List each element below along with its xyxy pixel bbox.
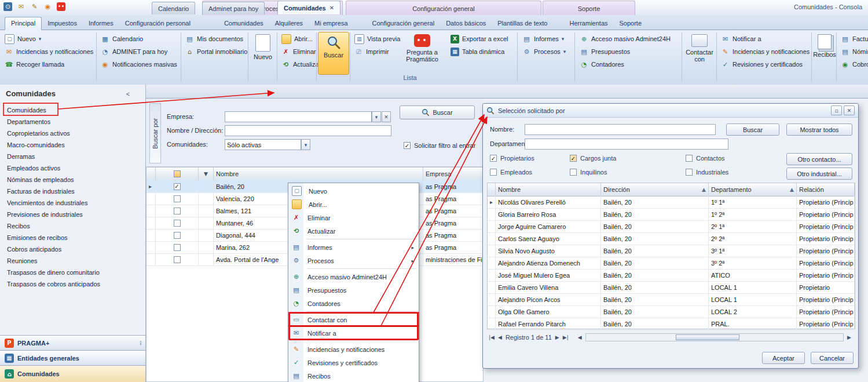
ribbon-incidencias-notificaciones-button[interactable]: ✎ Incidencias y notificaciones (719, 45, 812, 58)
sidebar-item-nominas[interactable]: Nóminas de empleados (7, 174, 74, 185)
ribbon-pregunta-pragmatico-button[interactable]: Pregunta a Pragmático (397, 32, 447, 75)
tab-configuracion-personal[interactable]: Configuración personal (119, 17, 196, 30)
column-header-departamento[interactable]: Departamento▲ (709, 183, 797, 196)
menu-item-eliminar[interactable]: ✗Eliminar (290, 211, 417, 224)
otro-industrial-button[interactable]: Otro industrial... (786, 168, 852, 180)
dialog-departamento-input[interactable] (525, 139, 728, 150)
ribbon-nuevo-button[interactable]: ▢ Nuevo▾ (2, 32, 43, 45)
app-icon[interactable]: ⊙ (3, 2, 12, 11)
ribbon-tabla-dinamica-button[interactable]: ▦ Tabla dinámica (448, 45, 507, 58)
ribbon-portal-inmobiliario-button[interactable]: ⌂ Portal inmobiliario (183, 45, 250, 58)
notes-icon[interactable]: ✎ (30, 2, 39, 11)
tab-herramientas[interactable]: Herramientas (563, 17, 613, 30)
solicitar-filtro-checkbox[interactable]: Solicitar filtro al entrar (404, 142, 475, 149)
grid-row[interactable]: Rafael Ferrando PitarchBailén, 20 PRAL.P… (488, 318, 855, 330)
aceptar-button[interactable]: Aceptar (762, 352, 805, 364)
ribbon-recoger-llamada-button[interactable]: ☎ Recoger llamada (2, 58, 67, 71)
menu-item-revisiones[interactable]: ✓Revisiones y certificados (290, 356, 417, 369)
sidebar-group-comunidades[interactable]: ⌂ Comunidades (0, 365, 145, 382)
ribbon-buscar-big-button[interactable]: Buscar (318, 32, 349, 75)
mail-icon[interactable]: ✉ (17, 2, 25, 11)
ribbon-facturas-button[interactable]: ▤ Factu (838, 32, 868, 45)
ribbon-vista-previa-button[interactable]: ▥ Vista previa (352, 32, 402, 45)
sidebar-item-previsiones[interactable]: Previsiones de industriales (7, 209, 83, 220)
ribbon-cobros-button[interactable]: ◉ Cobro (838, 58, 868, 71)
empresa-clear-button[interactable]: ✕ (382, 111, 391, 122)
ribbon-nuevo-big-button[interactable]: Nuevo (250, 32, 276, 75)
nav-last-icon[interactable]: ▶| (563, 334, 569, 340)
ribbon-exportar-excel-button[interactable]: X Exportar a excel (448, 32, 510, 45)
row-checkbox[interactable] (174, 195, 181, 202)
menu-item-procesos[interactable]: ⚙Procesos▸ (290, 254, 417, 267)
menu-item-incidencias[interactable]: ✎Incidencias y notificaciones (290, 343, 417, 356)
sidebar-item-emisiones-recibos[interactable]: Emisiones de recibos (7, 232, 68, 243)
scrollbar-thumb[interactable] (676, 334, 739, 340)
nav-prev-icon[interactable]: ◀ (498, 334, 502, 340)
sidebar-item-traspasos-cobros[interactable]: Traspasos de cobros anticipados (7, 278, 100, 290)
grid-row[interactable]: ▸ Nicolás Olivares PerellóBailén, 20 1º … (488, 196, 855, 209)
buscar-button[interactable]: Buscar (400, 105, 475, 119)
tab-datos-basicos[interactable]: Datos básicos (440, 17, 492, 30)
tab-mi-empresa[interactable]: Mi empresa (309, 17, 353, 30)
dialog-nombre-input[interactable] (525, 124, 716, 135)
ribbon-revisiones-button[interactable]: ✓ Revisiones y certificados (719, 58, 805, 71)
ribbon-contadores-button[interactable]: ◔ Contadores (577, 58, 627, 71)
ribbon-eliminar-button[interactable]: ✗ Eliminar (279, 45, 318, 58)
cancelar-button[interactable]: Cancelar (811, 352, 854, 364)
row-checkbox[interactable] (174, 244, 181, 251)
dialog-buscar-button[interactable]: Buscar (726, 123, 779, 136)
menu-item-contadores[interactable]: ◔Contadores (290, 297, 417, 310)
ribbon-imprimir-button[interactable]: ⎚ Imprimir (352, 45, 391, 58)
grid-row[interactable]: Olga Olle GameroBailén, 20 LOCAL 2Propie… (488, 305, 855, 318)
row-checkbox[interactable] (174, 183, 181, 190)
dialog-mostrar-todos-button[interactable]: Mostrar todos (786, 123, 852, 136)
sidebar-item-cobros-anticipados[interactable]: Cobros anticipados (7, 243, 61, 255)
sidebar-item-derramas[interactable]: Derramas (7, 151, 35, 162)
menu-item-acceso-masivo[interactable]: ⊕Acceso masivo Adminet24H (290, 270, 417, 283)
doctab-comunidades[interactable]: Comunidades ✕ (277, 1, 340, 14)
sidebar-item-traspasos-dinero[interactable]: Traspasos de dinero comunitario (7, 267, 100, 278)
dialog-close-icon[interactable]: ✕ (844, 105, 855, 115)
sidebar-group-entidades[interactable]: ▦ Entidades generales (0, 350, 145, 365)
rss-icon[interactable]: ◉ (43, 2, 52, 11)
tab-impuestos[interactable]: Impuestos (42, 17, 83, 30)
select-all-header[interactable] (156, 168, 199, 180)
sidebar-collapse-button[interactable]: < (123, 89, 133, 99)
column-header-nombre[interactable]: Nombre (214, 168, 423, 180)
ribbon-recibos-big-button[interactable]: Recibos (813, 32, 836, 75)
nav-next-icon[interactable]: ▶ (555, 334, 559, 340)
grid-row[interactable]: Silvia Novo AugustoBailén, 20 3º 1ªPropi… (488, 245, 855, 257)
horizontal-scrollbar[interactable] (585, 333, 844, 341)
sidebar-item-departamentos[interactable]: Departamentos (7, 116, 50, 128)
check-contactos[interactable]: Contactos (686, 155, 725, 162)
ribbon-abrir-button[interactable]: Abrir... (279, 32, 315, 45)
doctab-calendario[interactable]: Calendario (152, 2, 195, 14)
grid-row[interactable]: Alejandro Atienza DomenechBailén, 20 3º … (488, 257, 855, 270)
check-empleados[interactable]: Empleados (490, 169, 532, 176)
menu-item-actualizar[interactable]: ⟲Actualizar (290, 224, 417, 238)
ribbon-nominas-button[interactable]: ▤ Nómin (838, 45, 868, 58)
menu-item-abrir[interactable]: Abrir... (290, 198, 417, 211)
sidebar-item-empleados-activos[interactable]: Empleados activos (7, 162, 60, 174)
dialog-restore-icon[interactable]: ▫ (831, 105, 842, 115)
menu-item-informes[interactable]: ▤Informes▸ (290, 241, 417, 254)
tab-principal[interactable]: Principal (5, 17, 42, 30)
scroll-left-icon[interactable]: ◀ (578, 334, 582, 340)
menu-item-nuevo[interactable]: ▢Nuevo (290, 184, 417, 198)
check-industriales[interactable]: Industriales (686, 169, 728, 176)
nav-first-icon[interactable]: |◀ (489, 334, 495, 340)
ribbon-notificaciones-masivas-button[interactable]: ◉ Notificaciones masivas (98, 58, 180, 71)
ribbon-notificar-button[interactable]: ✉ Notificar a (719, 32, 764, 45)
grid-row[interactable]: Jorge Aguirre CamareroBailén, 20 2º 1ªPr… (488, 220, 855, 233)
sidebar-item-copropietarios[interactable]: Copropietarios activos (7, 128, 70, 139)
sidebar-item-comunidades[interactable]: Comunidades (7, 104, 46, 116)
grid-row[interactable]: José Miguel Mulero EgeaBailén, 20 ATICOP… (488, 269, 855, 282)
otro-contacto-button[interactable]: Otro contacto... (786, 153, 852, 165)
ribbon-contactar-con-big-button[interactable]: Contactar con (683, 32, 716, 75)
ribbon-mis-documentos-button[interactable]: ▤ Mis documentos (183, 32, 246, 45)
column-header-nombre[interactable]: Nombre (496, 183, 601, 196)
pragmatic-icon[interactable] (57, 2, 65, 11)
tab-configuracion-general[interactable]: Configuración general (367, 17, 441, 30)
ribbon-incidencias-button[interactable]: ✉ Incidencias y notificaciones (2, 45, 96, 58)
ribbon-informes-dropdown[interactable]: ▤ Informes▾ (520, 32, 566, 45)
